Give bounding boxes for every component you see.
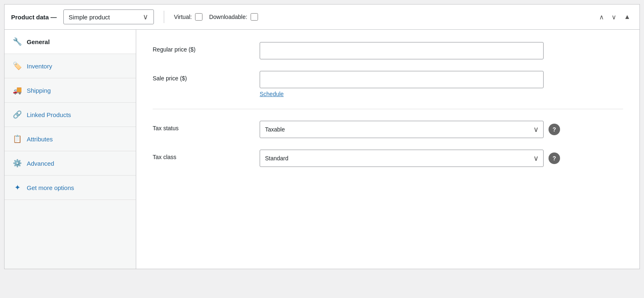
sidebar-item-general[interactable]: 🔧 General xyxy=(5,30,136,54)
downloadable-checkbox[interactable] xyxy=(251,13,258,21)
tax-status-control: Taxable Shipping only None ∨ ? xyxy=(260,121,623,138)
tax-class-row: Tax class Standard Reduced rate Zero rat… xyxy=(153,150,623,167)
product-type-label: Simple product xyxy=(69,14,110,21)
sparkle-icon: ✦ xyxy=(13,183,22,192)
sale-price-control: Schedule xyxy=(260,71,623,97)
downloadable-label: Downloadable: xyxy=(209,14,247,20)
sale-price-group: Schedule xyxy=(260,71,544,97)
gear-icon: ⚙️ xyxy=(13,159,22,168)
content-area: Regular price ($) Sale price ($) Schedul… xyxy=(136,30,639,269)
sidebar-item-inventory[interactable]: 🏷️ Inventory xyxy=(5,54,136,78)
sidebar-item-attributes[interactable]: 📋 Attributes xyxy=(5,127,136,151)
tag-icon: 🏷️ xyxy=(13,61,22,70)
tax-class-label: Tax class xyxy=(153,150,260,160)
sidebar-item-general-label: General xyxy=(27,38,50,45)
sidebar: 🔧 General 🏷️ Inventory 🚚 Shipping 🔗 Link… xyxy=(5,30,136,269)
sidebar-item-advanced-label: Advanced xyxy=(27,160,54,167)
downloadable-checkbox-group: Downloadable: xyxy=(209,13,258,21)
sale-price-input[interactable] xyxy=(260,71,544,88)
sidebar-item-shipping-label: Shipping xyxy=(27,87,51,94)
list-icon: 📋 xyxy=(13,134,22,143)
sale-price-label: Sale price ($) xyxy=(153,71,260,82)
virtual-checkbox-group: Virtual: xyxy=(174,13,202,21)
divider xyxy=(153,109,623,109)
tax-class-help-icon[interactable]: ? xyxy=(549,153,560,164)
wrench-icon: 🔧 xyxy=(13,37,22,46)
collapse-top-button[interactable]: ▲ xyxy=(621,12,633,23)
sale-price-row: Sale price ($) Schedule xyxy=(153,71,623,97)
sidebar-item-shipping[interactable]: 🚚 Shipping xyxy=(5,78,136,103)
header-arrows: ∧ ∨ ▲ xyxy=(597,12,633,23)
regular-price-label: Regular price ($) xyxy=(153,42,260,53)
tax-class-select-wrapper: Standard Reduced rate Zero rate ∨ xyxy=(260,150,544,167)
sidebar-item-linked-products[interactable]: 🔗 Linked Products xyxy=(5,103,136,127)
regular-price-control xyxy=(260,42,623,59)
regular-price-row: Regular price ($) xyxy=(153,42,623,59)
sidebar-item-linked-products-label: Linked Products xyxy=(27,111,71,118)
tax-status-select[interactable]: Taxable Shipping only None xyxy=(260,121,544,138)
sidebar-item-get-more-options-label: Get more options xyxy=(27,184,74,191)
regular-price-input[interactable] xyxy=(260,42,544,59)
collapse-down-button[interactable]: ∨ xyxy=(609,12,619,23)
product-type-chevron-icon: ∨ xyxy=(143,12,148,21)
panel-header: Product data — Simple product ∨ Virtual:… xyxy=(5,5,639,30)
link-icon: 🔗 xyxy=(13,110,22,119)
panel-title: Product data — xyxy=(11,14,57,21)
collapse-up-button[interactable]: ∧ xyxy=(597,12,607,23)
tax-status-select-wrapper: Taxable Shipping only None ∨ xyxy=(260,121,544,138)
tax-class-control: Standard Reduced rate Zero rate ∨ ? xyxy=(260,150,623,167)
virtual-label: Virtual: xyxy=(174,14,192,20)
product-data-panel: Product data — Simple product ∨ Virtual:… xyxy=(4,4,640,269)
tax-status-row: Tax status Taxable Shipping only None ∨ … xyxy=(153,121,623,138)
schedule-link[interactable]: Schedule xyxy=(260,91,544,97)
sidebar-item-advanced[interactable]: ⚙️ Advanced xyxy=(5,151,136,176)
header-separator xyxy=(164,11,164,23)
panel-body: 🔧 General 🏷️ Inventory 🚚 Shipping 🔗 Link… xyxy=(5,30,639,269)
sidebar-item-get-more-options[interactable]: ✦ Get more options xyxy=(5,176,136,200)
product-type-select[interactable]: Simple product ∨ xyxy=(63,9,154,24)
sidebar-item-attributes-label: Attributes xyxy=(27,136,53,143)
tax-status-label: Tax status xyxy=(153,121,260,131)
truck-icon: 🚚 xyxy=(13,86,22,95)
tax-class-select[interactable]: Standard Reduced rate Zero rate xyxy=(260,150,544,167)
tax-status-help-icon[interactable]: ? xyxy=(549,124,560,135)
sidebar-item-inventory-label: Inventory xyxy=(27,63,52,70)
virtual-checkbox[interactable] xyxy=(195,13,202,21)
